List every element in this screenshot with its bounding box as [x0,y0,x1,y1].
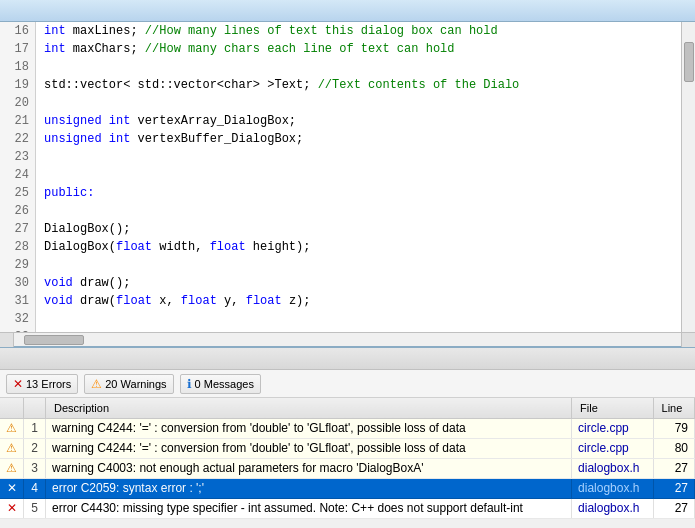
errors-label: 13 Errors [26,378,71,390]
line-number: 25 [6,184,29,202]
line-numbers: 161718192021222324252627282930313233 [0,22,36,332]
error-btn-messages[interactable]: ℹ0 Messages [180,374,261,394]
code-line: void draw(float x, float y, float z); [44,292,681,310]
code-line [44,310,681,328]
row-description: warning C4244: '=' : conversion from 'do… [46,418,572,438]
code-editor: 161718192021222324252627282930313233 int… [0,22,695,332]
row-line: 80 [653,438,694,458]
error-table: Description File Line ⚠ 1 warning C4244:… [0,398,695,519]
row-type-icon: ⚠ [0,418,24,438]
table-row[interactable]: ⚠ 2 warning C4244: '=' : conversion from… [0,438,695,458]
messages-label: 0 Messages [195,378,254,390]
horizontal-scrollbar[interactable] [0,332,695,346]
table-header-row: Description File Line [0,398,695,418]
row-description: warning C4244: '=' : conversion from 'do… [46,438,572,458]
row-type-icon: ⚠ [0,438,24,458]
hscroll-thumb[interactable] [24,335,84,345]
error-list-header [0,346,695,370]
row-type-icon: ✕ [0,478,24,498]
code-line [44,202,681,220]
title-bar [0,0,695,22]
code-line [44,328,681,332]
error-btn-warnings[interactable]: ⚠20 Warnings [84,374,173,394]
line-number: 32 [6,310,29,328]
row-file: dialogbox.h [572,498,654,518]
col-num [24,398,46,418]
code-line [44,148,681,166]
col-file[interactable]: File [572,398,654,418]
row-description: error C4430: missing type specifier - in… [46,498,572,518]
error-table-container[interactable]: Description File Line ⚠ 1 warning C4244:… [0,398,695,528]
errors-icon: ✕ [13,377,23,391]
row-type-icon: ✕ [0,498,24,518]
line-number: 17 [6,40,29,58]
row-line: 27 [653,478,694,498]
row-line: 27 [653,498,694,518]
line-number: 33 [6,328,29,332]
warnings-icon: ⚠ [91,377,102,391]
table-row[interactable]: ✕ 5 error C4430: missing type specifier … [0,498,695,518]
code-line: DialogBox(float width, float height); [44,238,681,256]
scroll-thumb[interactable] [684,42,694,82]
row-type-icon: ⚠ [0,458,24,478]
code-line [44,94,681,112]
row-file: dialogbox.h [572,458,654,478]
code-line: public: [44,184,681,202]
line-number: 24 [6,166,29,184]
row-file: circle.cpp [572,438,654,458]
line-number: 27 [6,220,29,238]
code-line [44,256,681,274]
code-line: unsigned int vertexBuffer_DialogBox; [44,130,681,148]
table-row[interactable]: ⚠ 1 warning C4244: '=' : conversion from… [0,418,695,438]
line-number: 18 [6,58,29,76]
row-file: circle.cpp [572,418,654,438]
row-number: 3 [24,458,46,478]
error-btn-errors[interactable]: ✕13 Errors [6,374,78,394]
line-number: 16 [6,22,29,40]
row-file: dialogbox.h [572,478,654,498]
code-line: int maxLines; //How many lines of text t… [44,22,681,40]
table-row[interactable]: ⚠ 3 warning C4003: not enough actual par… [0,458,695,478]
hscroll-left-arrow[interactable] [0,333,14,347]
row-number: 5 [24,498,46,518]
line-number: 31 [6,292,29,310]
vertical-scrollbar[interactable] [681,22,695,332]
code-line [44,166,681,184]
code-line: DialogBox(); [44,220,681,238]
col-line[interactable]: Line [653,398,694,418]
row-number: 2 [24,438,46,458]
error-toolbar: ✕13 Errors⚠20 Warningsℹ0 Messages [0,370,695,398]
table-row[interactable]: ✕ 4 error C2059: syntax error : ';' dial… [0,478,695,498]
col-icon [0,398,24,418]
hscroll-right-arrow[interactable] [681,333,695,347]
line-number: 28 [6,238,29,256]
line-number: 21 [6,112,29,130]
col-description[interactable]: Description [46,398,572,418]
line-number: 23 [6,148,29,166]
line-number: 19 [6,76,29,94]
row-line: 27 [653,458,694,478]
code-line: std::vector< std::vector<char> >Text; //… [44,76,681,94]
line-number: 20 [6,94,29,112]
row-description: error C2059: syntax error : ';' [46,478,572,498]
code-line: unsigned int vertexArray_DialogBox; [44,112,681,130]
row-description: warning C4003: not enough actual paramet… [46,458,572,478]
code-line [44,58,681,76]
messages-icon: ℹ [187,377,192,391]
code-line: void draw(); [44,274,681,292]
hscroll-track[interactable] [14,335,681,345]
code-content[interactable]: int maxLines; //How many lines of text t… [36,22,681,332]
row-number: 1 [24,418,46,438]
row-number: 4 [24,478,46,498]
code-line: int maxChars; //How many chars each line… [44,40,681,58]
line-number: 30 [6,274,29,292]
warnings-label: 20 Warnings [105,378,166,390]
line-number: 22 [6,130,29,148]
row-line: 79 [653,418,694,438]
line-number: 29 [6,256,29,274]
line-number: 26 [6,202,29,220]
